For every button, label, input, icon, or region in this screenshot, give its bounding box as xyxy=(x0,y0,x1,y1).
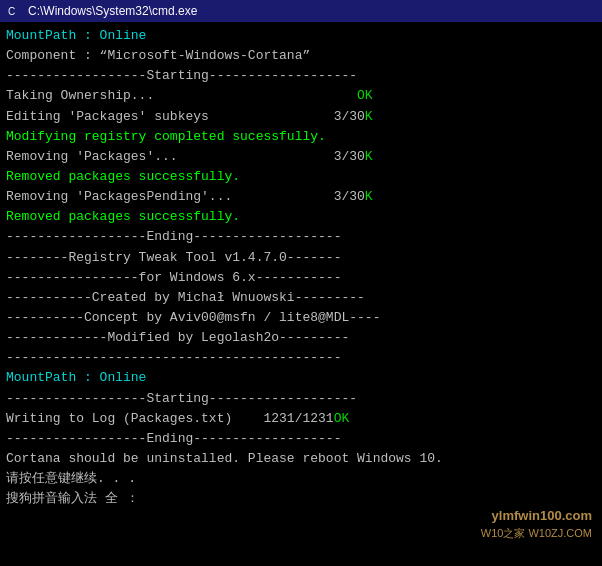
line-text: Removing 'PackagesPending'... 3/30 xyxy=(6,189,365,204)
terminal-line: -----------Created by Michał Wnuowski---… xyxy=(6,288,596,308)
terminal-line: ----------Concept by Aviv00@msfn / lite8… xyxy=(6,308,596,328)
terminal-line: ------------------Starting--------------… xyxy=(6,66,596,86)
terminal-line: ----------------------------------------… xyxy=(6,348,596,368)
terminal-line: Cortana should be uninstalled. Please re… xyxy=(6,449,596,469)
terminal-line: MountPath : Online xyxy=(6,26,596,46)
terminal-line: 请按任意键继续. . . xyxy=(6,469,596,489)
terminal-line: Component : “Microsoft-Windows-Cortana” xyxy=(6,46,596,66)
terminal-line: Removing 'Packages'... 3/30K xyxy=(6,147,596,167)
window: C C:\Windows\System32\cmd.exe MountPath … xyxy=(0,0,602,566)
terminal-line: Editing 'Packages' subkeys 3/30K xyxy=(6,107,596,127)
terminal-line: Removed packages successfully. xyxy=(6,167,596,187)
terminal-line: 搜狗拼音输入法 全 ： xyxy=(6,489,596,509)
line-text: Taking Ownership... xyxy=(6,88,357,103)
line-suffix: OK xyxy=(357,88,373,103)
terminal-line: Modifying registry completed sucessfully… xyxy=(6,127,596,147)
svg-text:C: C xyxy=(8,6,15,17)
terminal-line: ------------------Ending----------------… xyxy=(6,227,596,247)
terminal-output: MountPath : OnlineComponent : “Microsoft… xyxy=(0,22,602,566)
line-text: Writing to Log (Packages.txt) 1231/1231 xyxy=(6,411,334,426)
terminal-line: -----------------for Windows 6.x--------… xyxy=(6,268,596,288)
terminal-line: MountPath : Online xyxy=(6,368,596,388)
line-suffix: OK xyxy=(334,411,350,426)
cmd-icon: C xyxy=(6,3,22,19)
watermark-sub: W10之家 W10ZJ.COM xyxy=(481,525,592,542)
terminal-line: -------------Modified by Legolash2o-----… xyxy=(6,328,596,348)
title-bar: C C:\Windows\System32\cmd.exe xyxy=(0,0,602,22)
terminal-line: ------------------Starting--------------… xyxy=(6,389,596,409)
window-title: C:\Windows\System32\cmd.exe xyxy=(28,4,596,18)
terminal-line: ------------------Ending----------------… xyxy=(6,429,596,449)
line-text: Editing 'Packages' subkeys 3/30 xyxy=(6,109,365,124)
line-suffix: K xyxy=(365,109,373,124)
terminal-line: Taking Ownership... OK xyxy=(6,86,596,106)
terminal-line: --------Registry Tweak Tool v1.4.7.0----… xyxy=(6,248,596,268)
line-suffix: K xyxy=(365,189,373,204)
line-suffix: K xyxy=(365,149,373,164)
terminal-line: Writing to Log (Packages.txt) 1231/1231O… xyxy=(6,409,596,429)
terminal-line: Removed packages successfully. xyxy=(6,207,596,227)
terminal-line: Removing 'PackagesPending'... 3/30K xyxy=(6,187,596,207)
line-text: Removing 'Packages'... 3/30 xyxy=(6,149,365,164)
